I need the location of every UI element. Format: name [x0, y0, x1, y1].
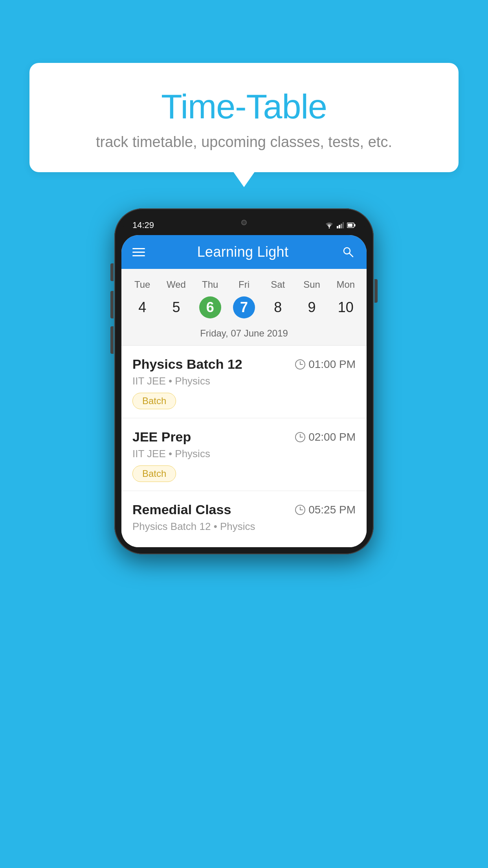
- svg-rect-6: [354, 224, 356, 226]
- status-icons: [325, 222, 356, 228]
- batch-badge-1: Batch: [132, 393, 176, 409]
- svg-line-9: [349, 253, 353, 257]
- speech-bubble-container: Time-Table track timetable, upcoming cla…: [29, 63, 459, 172]
- date-10[interactable]: 10: [335, 296, 357, 318]
- svg-rect-4: [343, 222, 344, 228]
- day-header-wed: Wed: [159, 276, 193, 293]
- volume-down-button: [110, 326, 114, 354]
- clock-icon-1: [295, 359, 305, 370]
- schedule-item-3[interactable]: Remedial Class 05:25 PM Physics Batch 12…: [121, 491, 367, 547]
- schedule-item-3-time: 05:25 PM: [295, 504, 356, 516]
- schedule-item-1-header: Physics Batch 12 01:00 PM: [132, 357, 356, 372]
- svg-rect-2: [339, 225, 340, 228]
- schedule-item-2[interactable]: JEE Prep 02:00 PM IIT JEE • Physics Batc…: [121, 418, 367, 491]
- app-title: Learning Light: [197, 244, 288, 260]
- schedule-item-3-sub: Physics Batch 12 • Physics: [132, 520, 356, 533]
- schedule-item-2-header: JEE Prep 02:00 PM: [132, 429, 356, 445]
- date-7-selected[interactable]: 7: [233, 296, 255, 318]
- date-5[interactable]: 5: [165, 296, 187, 318]
- day-header-fri: Fri: [227, 276, 261, 293]
- schedule-item-1-title: Physics Batch 12: [132, 357, 242, 372]
- day-header-thu: Thu: [193, 276, 227, 293]
- schedule-item-1-time: 01:00 PM: [295, 358, 356, 371]
- notch-cutout: [222, 215, 266, 230]
- speech-bubble: Time-Table track timetable, upcoming cla…: [29, 63, 459, 172]
- selected-date-label: Friday, 07 June 2019: [121, 324, 367, 346]
- date-9[interactable]: 9: [301, 296, 323, 318]
- phone-outer: 14:29: [114, 208, 374, 554]
- day-header-sun: Sun: [295, 276, 328, 293]
- wifi-icon: [325, 222, 334, 228]
- clock-icon-3: [295, 505, 305, 515]
- silent-button: [110, 263, 114, 281]
- hamburger-menu-icon[interactable]: [132, 248, 145, 256]
- svg-rect-1: [337, 226, 338, 228]
- schedule-item-3-header: Remedial Class 05:25 PM: [132, 502, 356, 517]
- schedule-item-1-sub: IIT JEE • Physics: [132, 375, 356, 387]
- date-4[interactable]: 4: [131, 296, 153, 318]
- day-header-mon: Mon: [329, 276, 363, 293]
- clock-icon-2: [295, 432, 305, 442]
- phone-screen: Learning Light Tue Wed Thu Fri Sat Sun: [121, 235, 367, 547]
- schedule-item-2-title: JEE Prep: [132, 429, 191, 445]
- day-numbers: 4 5 6 7 8 9 10: [121, 293, 367, 324]
- schedule-list: Physics Batch 12 01:00 PM IIT JEE • Phys…: [121, 346, 367, 547]
- day-headers: Tue Wed Thu Fri Sat Sun Mon: [121, 276, 367, 293]
- signal-icon: [337, 222, 344, 228]
- date-6-today[interactable]: 6: [199, 296, 221, 318]
- app-bar: Learning Light: [121, 235, 367, 269]
- schedule-item-3-title: Remedial Class: [132, 502, 231, 517]
- search-button[interactable]: [341, 245, 356, 259]
- status-time: 14:29: [132, 220, 154, 230]
- battery-icon: [347, 223, 356, 228]
- date-8[interactable]: 8: [267, 296, 289, 318]
- bubble-subtitle: track timetable, upcoming classes, tests…: [49, 134, 439, 151]
- power-button: [374, 279, 378, 303]
- svg-rect-3: [341, 224, 342, 228]
- phone-mockup: 14:29: [114, 208, 374, 554]
- bubble-title: Time-Table: [49, 86, 439, 127]
- svg-rect-7: [348, 224, 352, 227]
- batch-badge-2: Batch: [132, 465, 176, 482]
- search-icon: [342, 246, 354, 258]
- calendar-strip: Tue Wed Thu Fri Sat Sun Mon 4 5 6 7 8 9 …: [121, 269, 367, 346]
- schedule-item-2-sub: IIT JEE • Physics: [132, 448, 356, 460]
- day-header-tue: Tue: [125, 276, 159, 293]
- schedule-item-2-time: 02:00 PM: [295, 431, 356, 443]
- day-header-sat: Sat: [261, 276, 295, 293]
- schedule-item-1[interactable]: Physics Batch 12 01:00 PM IIT JEE • Phys…: [121, 346, 367, 418]
- volume-up-button: [110, 291, 114, 318]
- front-camera: [241, 220, 247, 225]
- status-bar: 14:29: [121, 215, 367, 235]
- svg-point-0: [329, 228, 330, 229]
